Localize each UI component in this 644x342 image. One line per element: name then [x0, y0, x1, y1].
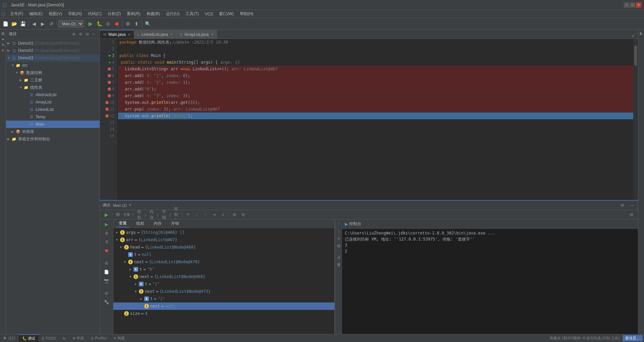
maximize-button[interactable]: □	[630, 2, 635, 8]
tab-arraylist-java[interactable]: A ArrayList.java ✕	[176, 30, 217, 39]
var-tab-threads[interactable]: 线程	[133, 220, 147, 227]
debug-left-btn-5[interactable]: ⚙	[103, 260, 110, 267]
bottom-tab-terminal[interactable]: ⊗ 终端	[69, 334, 87, 342]
debug-panel-layout-btn[interactable]: ⊞	[628, 211, 635, 218]
minimize-button[interactable]: ─	[624, 2, 629, 8]
panel-add-btn[interactable]: ⊕	[71, 31, 77, 37]
bottom-tab-problems[interactable]: Ie	[59, 334, 69, 342]
toolbar-back[interactable]: ◀	[30, 20, 38, 28]
stop-button[interactable]: ⏹	[113, 20, 121, 28]
bottom-tab-build[interactable]: ⊕ 构建	[110, 334, 128, 342]
tree-item-extlib[interactable]: ▶ 📦 外部库	[6, 128, 100, 135]
tree-item-main[interactable]: ▶ ☰ Main	[6, 121, 100, 128]
toolbar-new[interactable]: 📄	[1, 20, 9, 28]
debug-button[interactable]: 🐛	[95, 20, 103, 28]
toolbar-forward[interactable]: ▶	[39, 20, 47, 28]
editor-right-scrollbar[interactable]	[633, 39, 638, 200]
bottom-tab-debug[interactable]: 🐛 调试	[19, 334, 39, 342]
menu-refactor[interactable]: 重构(R)	[124, 10, 143, 17]
debug-restore[interactable]: ⊟	[239, 211, 247, 218]
debug-left-btn-6[interactable]: 📄	[103, 268, 110, 276]
toolbar-settings[interactable]: ⚙	[124, 20, 132, 28]
code-text-area[interactable]: package 数据结构.线性表;//@date :2022/2/5 19:30…	[117, 39, 633, 200]
panel-gear-btn[interactable]: ⚙	[77, 31, 84, 37]
debug-settings-btn[interactable]: ⚙	[619, 202, 626, 209]
console-btn-filter[interactable]: ≡	[336, 235, 342, 242]
tab-linkedlist-java[interactable]: L LinkedList.java ✕	[134, 30, 177, 39]
toolbar-open[interactable]: 📂	[10, 20, 18, 28]
var-item-size[interactable]: ▶ i size = 4	[113, 310, 334, 317]
debug-tool-6[interactable]: 控制台	[172, 211, 180, 218]
sidebar-icon-1[interactable]: ▦	[1, 31, 5, 36]
menu-window[interactable]: 窗口(W)	[216, 10, 236, 17]
close-button[interactable]: ✕	[636, 2, 641, 8]
console-btn-print[interactable]: 🖨	[336, 254, 342, 260]
var-tab-overhead[interactable]: 开销	[168, 220, 182, 227]
debug-minimize-btn[interactable]: ─	[628, 202, 635, 209]
tab-close-arraylist[interactable]: ✕	[211, 32, 213, 36]
debug-left-btn-7[interactable]: 📷	[103, 277, 110, 284]
console-btn-down[interactable]: ↓	[336, 228, 342, 234]
debug-left-btn-3[interactable]: ⏸	[103, 238, 110, 246]
debug-left-btn-8[interactable]: ⚙	[103, 290, 110, 297]
var-item-next-null[interactable]: ▶ i next = null	[113, 302, 334, 310]
menu-file[interactable]: 文件(F)	[7, 10, 26, 17]
tree-item-src[interactable]: ▼ 📁 src	[6, 62, 100, 69]
tree-item-scratches[interactable]: ▶ 📁 草稿文件和控制台	[6, 135, 100, 143]
tree-item-abstractlist[interactable]: ▶ ☰ AbstractList	[6, 91, 100, 98]
var-item-next2[interactable]: ▼ i next = {LinkedList$Node@469}	[113, 273, 334, 280]
bottom-tab-run[interactable]: ▶ 运行	[0, 334, 19, 342]
debug-eval[interactable]: ≡	[219, 211, 226, 218]
var-item-t-null[interactable]: ▶ k t = null	[113, 251, 334, 258]
var-tab-variables[interactable]: 变量	[116, 220, 129, 227]
tree-item-demo01[interactable]: ▶ ◫ Demo01 D:\Java\JavaSE\Demo01	[6, 40, 100, 47]
debug-step-resume[interactable]: ▶	[103, 211, 110, 218]
toolbar-deploy[interactable]: ⬆	[132, 20, 141, 28]
panel-expand-btn[interactable]: ⊟	[84, 31, 90, 37]
sidebar-icon-2[interactable]: ◈	[1, 37, 5, 41]
tree-item-temp[interactable]: ▶ ☰ Temp	[6, 113, 100, 121]
var-item-t-1[interactable]: ▶ k t = "1"	[113, 280, 334, 288]
console-content[interactable]: C:\Users\LiuZhengWei\.jdks\corretto-1.8.…	[342, 229, 638, 334]
menu-code[interactable]: 代码(C)	[85, 10, 104, 17]
debug-left-btn-1[interactable]: ▶	[103, 221, 110, 228]
menu-vcs[interactable]: VCS	[202, 11, 216, 17]
menu-run[interactable]: 运行(U)	[163, 10, 182, 17]
console-btn-up[interactable]: ↑	[336, 221, 342, 227]
menu-build[interactable]: 构建(B)	[144, 10, 163, 17]
bottom-tab-todo[interactable]: E TODO	[39, 334, 59, 342]
debug-step-out[interactable]: ↑	[202, 211, 209, 218]
tree-item-demo02[interactable]: ▶ ◫ Demo02 D:\Java\JavaSE\Demo02	[6, 47, 100, 54]
debug-run-cursor[interactable]: ⇥	[210, 211, 218, 218]
tree-item-binarytree[interactable]: ▶ 📁 二叉树	[6, 76, 100, 84]
right-icon-1[interactable]: ◧	[639, 31, 644, 36]
debug-tool-2[interactable]: 变量	[123, 211, 130, 218]
status-notification[interactable]: 最佳且…	[623, 335, 643, 341]
var-item-head[interactable]: ▼ i head = {LinkedList$Node@468}	[113, 244, 334, 251]
toolbar-refresh[interactable]: ↺	[47, 20, 55, 28]
debug-tool-1[interactable]: 帧	[114, 211, 122, 218]
menu-analyze[interactable]: 分析(Z)	[105, 10, 123, 17]
var-item-next1[interactable]: ▼ i next = {LinkedList$Node@470}	[113, 258, 334, 266]
var-item-next3[interactable]: ▼ i next = {LinkedList$Node@473}	[113, 288, 334, 295]
console-btn-align[interactable]: ⊞	[336, 243, 342, 249]
coverage-button[interactable]: ⊙	[104, 20, 112, 28]
config-selector[interactable]: Main (2)	[58, 20, 84, 27]
menu-view[interactable]: 视图(V)	[46, 10, 65, 17]
menu-edit[interactable]: 编辑(E)	[26, 10, 45, 17]
debug-step-over[interactable]: ↷	[184, 211, 192, 218]
debug-tool-4[interactable]: 内存	[148, 211, 155, 218]
menu-help[interactable]: 帮助(H)	[237, 10, 256, 17]
tree-item-datastructure[interactable]: ▼ 📦 数据结构	[6, 69, 100, 76]
console-btn-clear[interactable]: 🗑	[336, 262, 342, 268]
var-item-arr[interactable]: ▼ i arr = {LinkedList@467}	[113, 236, 334, 244]
var-item-args[interactable]: ▶ i args = {String[0]@466} []	[113, 229, 334, 236]
run-button[interactable]: ▶	[87, 20, 95, 28]
debug-left-btn-2[interactable]: ⊕	[103, 229, 110, 237]
sidebar-icon-3[interactable]: ⊞	[1, 42, 5, 47]
tab-close-linkedlist[interactable]: ✕	[170, 32, 173, 36]
bottom-tab-profiler[interactable]: ◎ Profiler	[87, 334, 110, 342]
tree-item-demo03[interactable]: ▼ ◫ Demo03 D:\Java\JavaSE\Demo03	[6, 54, 100, 62]
debug-watch[interactable]: ⊞	[231, 211, 238, 218]
debug-close-btn[interactable]: ✕	[128, 203, 131, 207]
